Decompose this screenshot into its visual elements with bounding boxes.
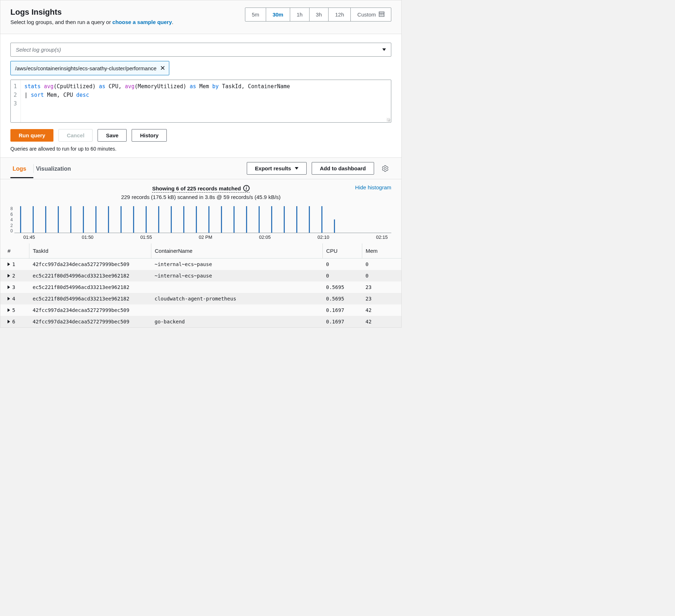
histogram-bar[interactable] [146,206,147,233]
remove-log-group-icon[interactable]: ✕ [160,64,165,72]
histogram-bar[interactable] [158,206,159,233]
chevron-down-icon [295,167,298,170]
histogram-bar[interactable] [321,206,322,233]
histogram-bar[interactable] [208,206,209,233]
table-row[interactable]: 4ec5c221f80d54996acd33213ee962182cloudwa… [0,293,401,304]
results-table: # TaskId ContainerName CPU Mem 142fcc997… [0,243,401,327]
expand-row-icon[interactable] [8,297,10,300]
hide-histogram-link[interactable]: Hide histogram [355,184,391,190]
tab-visualization[interactable]: Visualization [34,158,78,178]
histogram-bar[interactable] [58,206,59,233]
chevron-down-icon [382,48,386,51]
add-to-dashboard-button[interactable]: Add to dashboard [312,162,374,175]
time-1h[interactable]: 1h [290,8,310,21]
history-button[interactable]: History [132,129,167,142]
resize-handle[interactable] [387,118,390,122]
histogram-bar[interactable] [171,206,172,233]
subtitle-suffix: . [172,19,173,25]
histogram-bar[interactable] [284,206,285,233]
table-row[interactable]: 3ec5c221f80d54996acd33213ee9621820.56952… [0,281,401,293]
table-row[interactable]: 642fcc997da234decaa52727999bec509go-back… [0,316,401,327]
histogram-bar[interactable] [70,206,71,233]
calendar-icon [379,11,384,18]
expand-row-icon[interactable] [8,285,10,289]
histogram-bar[interactable] [33,206,34,233]
tab-logs[interactable]: Logs [10,158,33,178]
expand-row-icon[interactable] [8,274,10,278]
export-results-button[interactable]: Export results [247,162,307,175]
settings-button[interactable] [379,162,391,175]
histogram-bar[interactable] [20,206,21,233]
x-axis: 01:4501:5001:5502 PM02:0502:1002:15 [10,233,391,243]
col-taskid[interactable]: TaskId [29,243,151,259]
save-button[interactable]: Save [98,129,127,142]
query-code[interactable]: stats avg(CpuUtilized) as CPU, avg(Memor… [21,80,391,122]
histogram-bar[interactable] [221,206,222,233]
histogram-bar[interactable] [271,206,272,233]
col-mem[interactable]: Mem [362,243,401,259]
selected-log-group-text: /aws/ecs/containerinsights/ecs-sarathy-c… [15,65,156,71]
histogram-bar[interactable] [309,206,310,233]
y-axis: 86420 [10,207,14,233]
histogram-bar[interactable] [334,219,335,233]
run-query-button[interactable]: Run query [10,129,53,142]
histogram-bar[interactable] [83,206,84,233]
histogram-bar[interactable] [95,206,96,233]
histogram-bar[interactable] [196,206,197,233]
line-gutter: 123 [11,80,21,122]
time-range-picker[interactable]: 5m 30m 1h 3h 12h Custom [245,8,391,22]
histogram-bar[interactable] [296,206,297,233]
histogram-bars [14,206,391,233]
table-row[interactable]: 142fcc997da234decaa52727999bec509~intern… [0,259,401,270]
expand-row-icon[interactable] [8,308,10,312]
log-group-placeholder: Select log group(s) [16,47,61,53]
col-cpu[interactable]: CPU [322,243,362,259]
histogram-bar[interactable] [133,206,134,233]
summary-matched: Showing 6 of 225 records matched i [152,185,250,193]
expand-row-icon[interactable] [8,262,10,266]
time-30m[interactable]: 30m [266,8,290,21]
histogram-bar[interactable] [259,206,260,233]
sample-query-link[interactable]: choose a sample query [112,19,172,25]
histogram-bar[interactable] [108,206,109,233]
histogram-bar[interactable] [233,206,235,233]
table-row[interactable]: 542fcc997da234decaa52727999bec5090.16974… [0,304,401,316]
svg-rect-2 [380,14,381,14]
page-subtitle: Select log groups, and then run a query … [10,19,173,25]
svg-rect-6 [381,15,382,15]
col-container[interactable]: ContainerName [151,243,322,259]
log-group-select[interactable]: Select log group(s) [10,43,391,57]
histogram-bar[interactable] [246,206,247,233]
svg-rect-7 [383,15,383,15]
histogram-chart: 86420 01:4501:5001:5502 PM02:0502:1002:1… [0,202,401,243]
selected-log-group-chip: /aws/ecs/containerinsights/ecs-sarathy-c… [10,61,169,75]
time-12h[interactable]: 12h [329,8,351,21]
subtitle-text: Select log groups, and then run a query … [10,19,112,25]
svg-rect-4 [383,14,383,14]
time-custom[interactable]: Custom [351,8,391,21]
query-editor[interactable]: 123 stats avg(CpuUtilized) as CPU, avg(M… [10,80,391,123]
time-5m[interactable]: 5m [245,8,266,21]
histogram-bar[interactable] [121,206,122,233]
gear-icon [382,165,389,172]
time-custom-label: Custom [357,11,376,18]
expand-row-icon[interactable] [8,320,10,323]
query-hint: Queries are allowed to run for up to 60 … [10,146,391,152]
col-number[interactable]: # [0,243,29,259]
svg-rect-3 [381,14,382,14]
summary-scanned: 229 records (176.5 kB) scanned in 3.8s @… [10,194,391,200]
info-icon[interactable]: i [243,185,250,191]
table-row[interactable]: 2ec5c221f80d54996acd33213ee962182~intern… [0,270,401,281]
histogram-bar[interactable] [45,206,46,233]
export-results-label: Export results [255,165,291,171]
svg-rect-5 [380,15,381,15]
histogram-bar[interactable] [183,206,184,233]
page-title: Logs Insights [10,8,173,17]
cancel-button: Cancel [58,129,93,142]
time-3h[interactable]: 3h [310,8,329,21]
